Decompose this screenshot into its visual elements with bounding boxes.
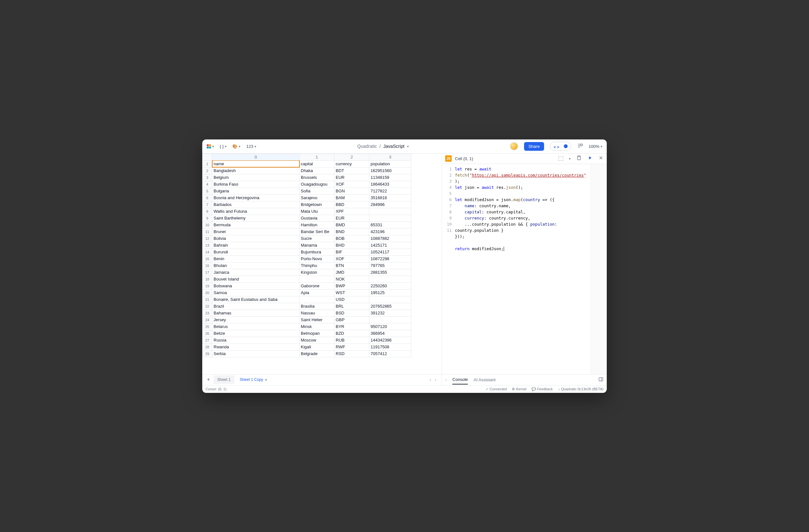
- cell[interactable]: EUR: [334, 174, 369, 181]
- tab-prev-button[interactable]: ‹: [430, 377, 431, 382]
- cell[interactable]: Sucre: [299, 235, 334, 242]
- table-row[interactable]: 7BarbadosBridgetownBBD284996: [203, 201, 411, 208]
- cell[interactable]: Moscow: [299, 337, 334, 343]
- cell[interactable]: Kingston: [299, 269, 334, 276]
- cell[interactable]: RUB: [334, 337, 369, 343]
- table-row[interactable]: 20SamoaApiaWST195125: [203, 289, 411, 296]
- table-row[interactable]: 18Bouvet IslandNOK: [203, 276, 411, 282]
- cell[interactable]: Bermuda: [212, 221, 299, 228]
- color-menu[interactable]: 🎨▾: [232, 144, 240, 149]
- cell[interactable]: Bahrain: [212, 242, 299, 249]
- cell[interactable]: Gustavia: [299, 215, 334, 221]
- code-content[interactable]: let res = await fetch("https://api.sampl…: [455, 164, 590, 374]
- selection-icon[interactable]: [558, 156, 563, 161]
- cell[interactable]: Bosnia and Herzegovina: [212, 194, 299, 201]
- row-header[interactable]: 4: [203, 181, 212, 188]
- cell[interactable]: 7057412: [369, 350, 411, 357]
- row-header[interactable]: 2: [203, 167, 212, 174]
- cell[interactable]: 11917508: [369, 343, 411, 350]
- row-header[interactable]: 29: [203, 350, 212, 357]
- cell[interactable]: BOB: [334, 235, 369, 242]
- table-row[interactable]: 21Bonaire, Saint Eustatius and SabaUSD: [203, 296, 411, 303]
- row-header[interactable]: 9: [203, 215, 212, 221]
- zoom-control[interactable]: 100%▾: [589, 144, 602, 149]
- row-header[interactable]: 26: [203, 330, 212, 337]
- table-row[interactable]: 19BotswanaGaboroneBWP2250260: [203, 282, 411, 289]
- cell[interactable]: BDT: [334, 167, 369, 174]
- table-row[interactable]: 9Saint BarthelemyGustaviaEUR: [203, 215, 411, 221]
- row-header[interactable]: 23: [203, 309, 212, 316]
- cell[interactable]: Nassau: [299, 309, 334, 316]
- table-row[interactable]: 4Burkina FasoOuagadougouXOF18646433: [203, 181, 411, 188]
- close-button[interactable]: [598, 155, 603, 162]
- row-header[interactable]: 13: [203, 242, 212, 249]
- corner-cell[interactable]: [203, 154, 212, 160]
- table-row[interactable]: 1namecapitalcurrencypopulation: [203, 160, 411, 167]
- cell[interactable]: Bahamas: [212, 309, 299, 316]
- cell[interactable]: Bolivia: [212, 235, 299, 242]
- cell[interactable]: Sofia: [299, 188, 334, 194]
- cell[interactable]: Brussels: [299, 174, 334, 181]
- table-row[interactable]: 23BahamasNassauBSD391232: [203, 309, 411, 316]
- cell[interactable]: BZD: [334, 330, 369, 337]
- cell[interactable]: 65331: [369, 221, 411, 228]
- table-row[interactable]: 6Bosnia and HerzegovinaSarajevoBAM351681…: [203, 194, 411, 201]
- cell[interactable]: 9507120: [369, 323, 411, 330]
- cell[interactable]: Belize: [212, 330, 299, 337]
- row-header[interactable]: 1: [203, 160, 212, 167]
- tab-console[interactable]: Console: [452, 375, 468, 385]
- row-header[interactable]: 17: [203, 269, 212, 276]
- cell[interactable]: Dhaka: [299, 167, 334, 174]
- cell[interactable]: capital: [299, 160, 334, 167]
- table-row[interactable]: 8Wallis and FutunaMata UtuXPF: [203, 208, 411, 215]
- add-sheet-button[interactable]: +: [205, 376, 212, 383]
- code-editor[interactable]: 1234567891011 let res = await fetch("htt…: [442, 164, 607, 374]
- tab-sheet1-copy[interactable]: Sheet 1 Copy ▾: [236, 375, 271, 384]
- row-header[interactable]: 12: [203, 235, 212, 242]
- cell[interactable]: Burundi: [212, 249, 299, 255]
- cell[interactable]: 162951560: [369, 167, 411, 174]
- col-header-2[interactable]: 2: [334, 154, 369, 160]
- cell[interactable]: name: [212, 160, 299, 167]
- status-kernel[interactable]: ⚙ Kernel: [512, 387, 526, 391]
- cell[interactable]: 2250260: [369, 282, 411, 289]
- row-header[interactable]: 10: [203, 221, 212, 228]
- command-palette-icon[interactable]: [577, 143, 583, 150]
- cell[interactable]: Serbia: [212, 350, 299, 357]
- cell[interactable]: Apia: [299, 289, 334, 296]
- cell[interactable]: Ouagadougou: [299, 181, 334, 188]
- cell[interactable]: BMD: [334, 221, 369, 228]
- row-header[interactable]: 24: [203, 316, 212, 323]
- cell[interactable]: GBP: [334, 316, 369, 323]
- table-row[interactable]: 2BangladeshDhakaBDT162951560: [203, 167, 411, 174]
- cell[interactable]: Jamaica: [212, 269, 299, 276]
- cell[interactable]: 207652865: [369, 303, 411, 309]
- table-row[interactable]: 27RussiaMoscowRUB144342396: [203, 337, 411, 343]
- row-header[interactable]: 27: [203, 337, 212, 343]
- avatar[interactable]: [510, 142, 518, 150]
- cell[interactable]: RSD: [334, 350, 369, 357]
- table-row[interactable]: 29SerbiaBelgradeRSD7057412: [203, 350, 411, 357]
- cell[interactable]: Kigali: [299, 343, 334, 350]
- cell[interactable]: 2881355: [369, 269, 411, 276]
- cell[interactable]: BHD: [334, 242, 369, 249]
- col-header-1[interactable]: 1: [299, 154, 334, 160]
- cell[interactable]: Hamilton: [299, 221, 334, 228]
- cell[interactable]: JMD: [334, 269, 369, 276]
- cell[interactable]: 423196: [369, 228, 411, 235]
- cell[interactable]: NOK: [334, 276, 369, 282]
- cell[interactable]: 10887882: [369, 235, 411, 242]
- cell[interactable]: 11348159: [369, 174, 411, 181]
- cell[interactable]: Thimphu: [299, 262, 334, 269]
- cell[interactable]: Russia: [212, 337, 299, 343]
- table-row[interactable]: 22BrazilBrasiliaBRL207652865: [203, 303, 411, 309]
- cell[interactable]: EUR: [334, 215, 369, 221]
- table-row[interactable]: 28RwandaKigaliRWF11917508: [203, 343, 411, 350]
- share-button[interactable]: Share: [524, 142, 545, 151]
- col-header-3[interactable]: 3: [369, 154, 411, 160]
- chevron-down-icon[interactable]: ▾: [407, 145, 409, 148]
- number-format-menu[interactable]: 123▾: [246, 144, 256, 149]
- table-row[interactable]: 3BelgiumBrusselsEUR11348159: [203, 174, 411, 181]
- cell[interactable]: 195125: [369, 289, 411, 296]
- cell[interactable]: Belmopan: [299, 330, 334, 337]
